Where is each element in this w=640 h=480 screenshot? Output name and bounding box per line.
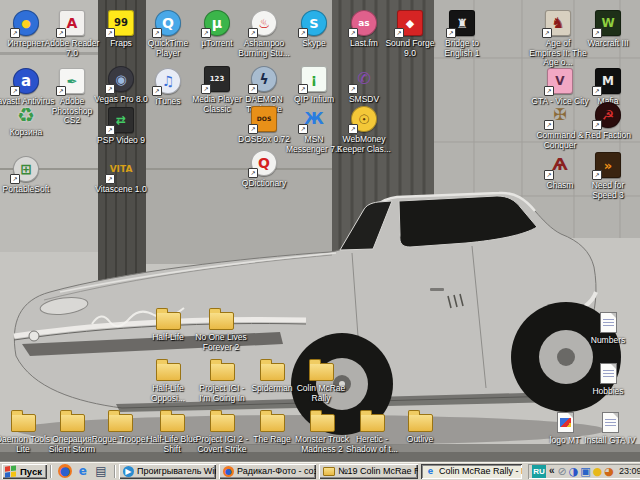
shortcut-arrow-icon: ↗ [544, 120, 554, 130]
desktop-icon-install-gta-iv-file[interactable]: Install GTA IV [581, 409, 639, 446]
logo-mt-file-icon [557, 412, 574, 433]
desktop-icon-folder-half-life-opposing[interactable]: Half-Life Opposi... [139, 357, 197, 403]
itunes-icon: ♫↗ [155, 68, 181, 94]
icon-label: Red Faction [585, 131, 631, 141]
dosbox-icon: DOS↗ [251, 106, 277, 132]
desktop-icon-mafia[interactable]: M↗Mafia [579, 68, 637, 107]
command-and-conquer-icon: ✠↗ [547, 102, 573, 128]
taskbar-button-ie-colin-mcrae[interactable]: eColin McRae Rally - Micro... [421, 464, 522, 479]
folder-icon [323, 467, 335, 476]
msn-messenger-icon: Ж↗ [301, 106, 327, 132]
desktop-icon-folder-outlive[interactable]: Outlive [391, 408, 449, 445]
desktop-icon-qdictionary[interactable]: Q↗QDictionary [235, 150, 293, 189]
tray-power-meter-icon[interactable]: ◑ [569, 466, 579, 477]
desktop-icon-warcraft-3[interactable]: W↗Warcraft III [579, 10, 637, 49]
folder-daemon-tools-lite-folder-icon [11, 414, 36, 432]
desktop-icon-sound-forge[interactable]: ◆↗Sound Forge 9.0 [381, 10, 439, 58]
language-indicator[interactable]: RU [532, 465, 546, 478]
shortcut-arrow-icon: ↗ [152, 86, 162, 96]
avast-antivirus-icon: a↗ [13, 68, 39, 94]
desktop-icon-folder-half-life[interactable]: Half-Life [139, 306, 197, 343]
shortcut-arrow-icon: ↗ [348, 124, 358, 134]
age-of-empires-2-icon: ♞↗ [545, 10, 571, 36]
desktop-icon-folder-no-one-lives-forever-2[interactable]: No One Lives Forever 2 [192, 306, 250, 352]
start-button[interactable]: Пуск [2, 464, 47, 479]
desktop-icon-webmoney-keeper[interactable]: ☉↗WebMoney Keeper Clas... [335, 106, 393, 154]
desktop-icon-recycle-bin[interactable]: ♻Корзина [0, 103, 55, 138]
taskbar-button-radikal-foto[interactable]: ●Радикал-Фото - создай ... [219, 464, 316, 479]
install-gta-iv-file-icon [602, 412, 619, 433]
desktop-icon-folder-colin-mcrae-rally[interactable]: Colin McRae Rally [292, 357, 350, 403]
shortcut-arrow-icon: ↗ [248, 84, 258, 94]
shortcut-arrow-icon: ↗ [592, 86, 602, 96]
shortcut-arrow-icon: ↗ [10, 86, 20, 96]
folder-outlive-folder-icon [408, 414, 433, 432]
icon-label: WebMoney Keeper Clas... [335, 135, 393, 154]
shortcut-arrow-icon: ↗ [248, 124, 258, 134]
quick-launch-show-desktop-icon[interactable]: ▤ [94, 464, 108, 478]
vitascene-icon: VITA↗ [108, 156, 134, 182]
tray-globe-icon[interactable]: ◕ [604, 466, 614, 477]
shortcut-arrow-icon: ↗ [592, 120, 602, 130]
skype-icon: S↗ [301, 10, 327, 36]
quick-launch-internet-explorer-icon[interactable]: e [76, 464, 90, 478]
sound-forge-icon: ◆↗ [397, 10, 423, 36]
desktop-icon-smsdv[interactable]: ✆↗SMSDV [335, 66, 393, 105]
media-player-classic-icon: 123↗ [204, 66, 230, 92]
taskbar-button-windows-media-player[interactable]: ▶Проигрыватель Window... [119, 464, 216, 479]
fraps-icon: 99↗ [108, 10, 134, 36]
quick-launch-firefox-icon[interactable]: ● [58, 464, 72, 478]
folder-no-one-lives-forever-2-folder-icon [209, 312, 234, 330]
icon-label: The Rage [253, 435, 290, 445]
task-buttons: ▶Проигрыватель Window...●Радикал-Фото - … [119, 464, 522, 479]
internet-icon: ●↗ [13, 10, 39, 36]
desktop-icon-vitascene[interactable]: VITA↗Vitascene 1.0 [92, 156, 150, 195]
tray-disabled-clock-icon[interactable]: ⊘ [557, 466, 566, 477]
icon-label: Warcraft III [587, 39, 628, 49]
folder-half-life-opposing-folder-icon [156, 363, 181, 381]
icon-label: Bridge to English 1 [433, 39, 491, 58]
desktop-icon-need-for-speed-3[interactable]: »↗Need for Speed 3 [579, 152, 637, 200]
icon-label: DOSBox 0.72 [238, 135, 290, 145]
desktop-icon-hobbies-file[interactable]: Hobbies [579, 360, 637, 397]
folder-rogue-trooper-folder-icon [108, 414, 133, 432]
shortcut-arrow-icon: ↗ [348, 84, 358, 94]
taskbar-clock[interactable]: 23:09 [617, 466, 640, 476]
shortcut-arrow-icon: ↗ [348, 28, 358, 38]
psp-video-9-icon: ⇄↗ [108, 107, 134, 133]
icon-label: Hobbies [592, 387, 623, 397]
icon-label: Outlive [407, 435, 433, 445]
system-tray: RU « ⊘◑▣●◕ 23:09 [528, 464, 640, 479]
desktop-icon-bridge-to-english[interactable]: ♜↗Bridge to English 1 [433, 10, 491, 58]
shortcut-arrow-icon: ↗ [248, 28, 258, 38]
taskbar-button-folder-n19-colin-mcrae[interactable]: №19 Colin McRae Rally [319, 464, 418, 479]
portablesoft-icon: ⊞↗ [13, 156, 39, 182]
toolbar-separator [50, 465, 52, 478]
desktop-icon-psp-video-9[interactable]: ⇄↗PSP Video 9 [92, 107, 150, 146]
need-for-speed-3-icon: »↗ [595, 152, 621, 178]
icon-label: Интернет [7, 39, 44, 49]
red-faction-icon: ☭↗ [595, 102, 621, 128]
desktop-icon-portablesoft[interactable]: ⊞↗PortableSoft [0, 156, 55, 195]
shortcut-arrow-icon: ↗ [152, 28, 162, 38]
icon-label: SMSDV [349, 95, 379, 105]
desktop[interactable]: ●↗ИнтернетA↗Adobe Reader 7.099↗FrapsQ↗Qu… [0, 0, 640, 461]
tray-collapse-chevron[interactable]: « [549, 466, 555, 476]
utorrent-icon: µ↗ [204, 10, 230, 36]
shortcut-arrow-icon: ↗ [201, 84, 211, 94]
windows-logo-icon [5, 465, 17, 477]
icon-label: Last.fm [350, 39, 378, 49]
shortcut-arrow-icon: ↗ [542, 28, 552, 38]
desktop-icon-red-faction[interactable]: ☭↗Red Faction [579, 102, 637, 141]
desktop-icon-folder-rogue-trooper[interactable]: Rogue Trooper [91, 408, 149, 445]
qdictionary-icon: Q↗ [251, 150, 277, 176]
icon-label: Sound Forge 9.0 [381, 39, 439, 58]
icon-label: Fraps [110, 39, 132, 49]
tray-network-icon[interactable]: ▣ [580, 466, 590, 477]
shortcut-arrow-icon: ↗ [592, 28, 602, 38]
warcraft-3-icon: W↗ [595, 10, 621, 36]
tray-key-icon[interactable]: ● [593, 466, 603, 477]
daemon-tools-lite-icon: ϟ↗ [251, 66, 277, 92]
desktop-icon-numbers-file[interactable]: Numbers [579, 309, 637, 346]
icon-label: Need for Speed 3 [579, 181, 637, 200]
